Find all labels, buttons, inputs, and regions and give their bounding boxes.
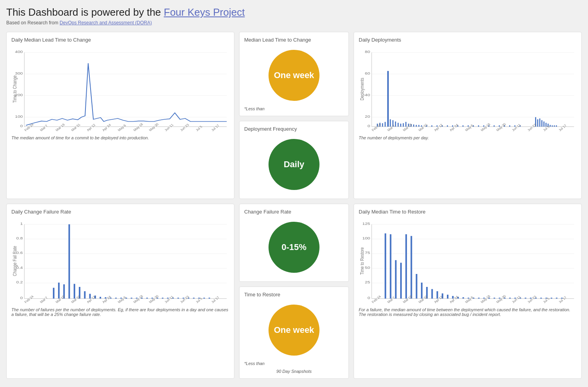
svg-text:100: 100 xyxy=(362,236,370,240)
svg-text:Apr 24: Apr 24 xyxy=(448,295,459,304)
svg-text:Feb 24: Feb 24 xyxy=(24,295,34,304)
time-to-restore-qualifier: *Less than xyxy=(244,361,265,366)
lead-time-chart-card: Daily Median Lead Time to Change 400 300… xyxy=(6,32,234,199)
svg-rect-127 xyxy=(131,298,132,299)
svg-text:60: 60 xyxy=(365,71,370,75)
svg-text:Jun 23: Jun 23 xyxy=(526,123,537,132)
svg-rect-82 xyxy=(552,125,553,126)
svg-text:25: 25 xyxy=(365,280,370,284)
svg-rect-37 xyxy=(387,71,389,127)
svg-text:Mar 7: Mar 7 xyxy=(39,124,49,132)
svg-rect-133 xyxy=(162,298,163,299)
deployment-frequency-title: Deployment Frequency xyxy=(244,126,297,132)
svg-text:1: 1 xyxy=(20,221,23,226)
svg-rect-51 xyxy=(413,124,414,127)
svg-rect-116 xyxy=(74,284,75,298)
svg-rect-172 xyxy=(395,260,397,299)
svg-rect-179 xyxy=(431,289,433,299)
daily-deployments-title: Daily Deployments xyxy=(359,37,577,43)
svg-text:Mar 31: Mar 31 xyxy=(417,295,428,304)
dora-link[interactable]: DevOps Research and Assessment (DORA) xyxy=(60,20,152,26)
svg-rect-62 xyxy=(463,125,464,126)
svg-rect-142 xyxy=(209,298,210,299)
svg-rect-202 xyxy=(551,298,552,299)
time-to-restore-title: Time to Restore xyxy=(244,292,280,298)
svg-rect-182 xyxy=(447,295,448,299)
svg-rect-171 xyxy=(390,234,391,299)
svg-text:Jun 11: Jun 11 xyxy=(163,123,174,132)
svg-rect-77 xyxy=(541,120,543,127)
svg-text:Apr 24: Apr 24 xyxy=(101,123,112,132)
lead-time-chart-title: Daily Median Lead Time to Change xyxy=(11,37,229,43)
svg-text:May 18: May 18 xyxy=(132,294,144,304)
svg-rect-76 xyxy=(539,119,541,127)
svg-text:100: 100 xyxy=(15,114,23,119)
svg-rect-59 xyxy=(447,125,448,126)
svg-text:May 18: May 18 xyxy=(132,122,144,132)
median-lead-time-circle: One week xyxy=(269,50,319,101)
change-failure-rate-circle: 0-15% xyxy=(269,222,319,273)
svg-text:May 30: May 30 xyxy=(148,294,160,304)
svg-rect-53 xyxy=(418,125,419,126)
svg-text:Change Fail Rate: Change Fail Rate xyxy=(12,246,17,276)
deployment-frequency-circle: Daily xyxy=(269,139,319,190)
svg-rect-191 xyxy=(494,298,495,299)
svg-text:Jun 23: Jun 23 xyxy=(179,123,190,132)
lead-time-chart-area: 400 300 200 100 0 Time to Change Fe xyxy=(11,46,229,132)
daily-deployments-svg: 80 60 40 20 0 Deployments xyxy=(359,46,577,132)
change-failure-rate-chart-area: 1 0.8 0.6 0.4 0.2 0 Change Fail Rate xyxy=(11,218,229,304)
svg-text:Jun 11: Jun 11 xyxy=(511,123,522,132)
svg-text:Feb 24: Feb 24 xyxy=(371,295,382,304)
change-failure-rate-card: Change Failure Rate 0-15% xyxy=(239,204,349,282)
change-failure-rate-title: Change Failure Rate xyxy=(244,209,291,215)
deployment-frequency-circle-container: Daily xyxy=(244,135,344,194)
median-lead-time-value: One week xyxy=(274,70,314,80)
svg-text:Jul 17: Jul 17 xyxy=(557,124,567,132)
svg-rect-113 xyxy=(58,283,60,299)
svg-text:75: 75 xyxy=(365,250,370,255)
svg-text:Mar 19: Mar 19 xyxy=(54,123,65,132)
svg-text:Jul 17: Jul 17 xyxy=(210,296,220,304)
svg-rect-194 xyxy=(509,298,511,299)
lead-time-chart-caption: The median amount of time for a commit t… xyxy=(11,135,229,140)
svg-text:May 6: May 6 xyxy=(117,296,127,304)
daily-restore-card: Daily Median Time to Restore 125 100 75 … xyxy=(354,204,582,379)
svg-text:80: 80 xyxy=(365,49,370,54)
svg-text:Apr 12: Apr 12 xyxy=(433,295,444,304)
svg-text:125: 125 xyxy=(362,221,370,226)
svg-rect-68 xyxy=(494,125,495,126)
svg-rect-170 xyxy=(385,234,386,299)
svg-text:0: 0 xyxy=(367,296,370,300)
svg-text:400: 400 xyxy=(15,49,23,54)
lead-time-svg: 400 300 200 100 0 Time to Change Fe xyxy=(11,46,229,132)
svg-text:Jul 5: Jul 5 xyxy=(542,297,551,304)
svg-text:Mar 19: Mar 19 xyxy=(54,295,65,304)
time-to-restore-circle: One week xyxy=(269,305,319,356)
svg-rect-40 xyxy=(382,123,383,127)
svg-rect-136 xyxy=(178,298,179,299)
change-failure-rate-chart-title: Daily Change Failure Rate xyxy=(11,209,229,215)
time-to-restore-circle-container: One week xyxy=(244,301,344,360)
svg-rect-52 xyxy=(416,125,417,126)
svg-text:Jun 11: Jun 11 xyxy=(163,295,174,304)
svg-text:20: 20 xyxy=(365,114,370,119)
change-failure-rate-value: 0-15% xyxy=(281,242,307,252)
daily-restore-svg: 125 100 75 50 25 0 Time to Restore xyxy=(359,218,577,304)
page-title: This Dashboard is powered by the Four Ke… xyxy=(6,6,582,18)
svg-rect-203 xyxy=(556,298,557,299)
svg-text:0.2: 0.2 xyxy=(16,280,23,284)
time-to-restore-value: One week xyxy=(274,325,314,335)
svg-text:Jun 11: Jun 11 xyxy=(511,295,522,304)
svg-text:Mar 19: Mar 19 xyxy=(402,295,413,304)
svg-text:Time to Change: Time to Change xyxy=(12,75,17,103)
change-failure-rate-circle-container: 0-15% xyxy=(244,218,344,277)
svg-rect-175 xyxy=(410,236,412,299)
svg-text:40: 40 xyxy=(365,93,370,97)
deployment-frequency-value: Daily xyxy=(284,159,305,170)
middle-column: Median Lead Time to Change One week *Les… xyxy=(239,32,349,199)
svg-text:Jun 23: Jun 23 xyxy=(526,295,537,304)
change-failure-rate-chart-caption: The number of failures per the number of… xyxy=(11,307,229,317)
svg-text:May 30: May 30 xyxy=(495,294,507,304)
svg-rect-130 xyxy=(146,298,148,299)
four-keys-link[interactable]: Four Keys Project xyxy=(164,6,245,18)
